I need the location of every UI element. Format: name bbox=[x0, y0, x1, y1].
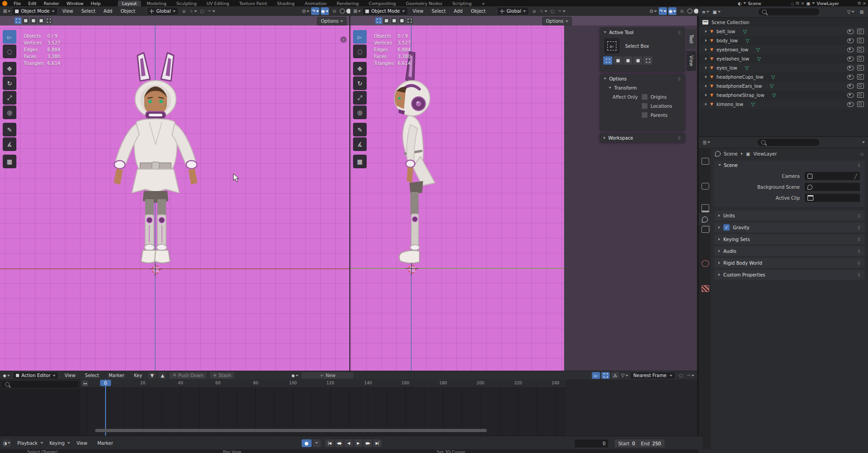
hide-viewport-icon[interactable] bbox=[847, 29, 854, 34]
proportional-editing-icon[interactable]: ○ bbox=[198, 7, 206, 15]
editor-mode-dropdown[interactable]: Action Editor bbox=[13, 372, 59, 379]
breadcrumb-layer[interactable]: ViewLayer bbox=[753, 151, 777, 156]
menu-render[interactable]: Render bbox=[40, 1, 63, 6]
expand-icon[interactable] bbox=[705, 103, 707, 106]
audio-panel[interactable]: Audio⣿ bbox=[714, 246, 865, 256]
panel-title[interactable]: Scene bbox=[724, 163, 738, 168]
outliner-row-headphoneears[interactable]: ▼ headphoneEars_low ▽ bbox=[699, 81, 868, 91]
delete-scene-icon[interactable]: ✕ bbox=[801, 1, 804, 6]
pin-icon[interactable]: ◇ bbox=[860, 151, 864, 156]
blender-logo-icon[interactable] bbox=[2, 1, 7, 6]
hide-render-icon[interactable] bbox=[857, 101, 864, 107]
drag-dots-icon[interactable]: ⣿ bbox=[678, 77, 681, 81]
hide-render-icon[interactable] bbox=[857, 92, 864, 98]
mode-dropdown[interactable]: Object Mode bbox=[12, 7, 58, 15]
viewport1-canvas[interactable]: ▻ ◌ ✥ ↻ ⤢ ◎ ✎ ∡ ▦ Objects0 / 9 Vertices3… bbox=[0, 25, 349, 371]
expand-icon[interactable] bbox=[604, 136, 606, 139]
hide-viewport-icon[interactable] bbox=[847, 65, 854, 70]
keying-sets-panel[interactable]: Keying Sets⣿ bbox=[714, 234, 865, 244]
jump-to-end-button[interactable]: ▶| bbox=[373, 439, 382, 447]
select-mode-new-icon[interactable] bbox=[603, 56, 612, 65]
shading-wireframe-icon[interactable] bbox=[687, 9, 692, 14]
tool-measure[interactable]: ∡ bbox=[3, 137, 16, 151]
orientation-dropdown[interactable]: Global bbox=[146, 7, 179, 15]
show-overlays-icon[interactable]: ◉ bbox=[668, 7, 676, 15]
workspace-tab-animation[interactable]: Animation bbox=[301, 0, 331, 6]
outliner-row-headphonestrap[interactable]: ▼ headphoneStrap_low ▽ bbox=[699, 91, 868, 100]
move-up-icon[interactable]: ▲ bbox=[158, 372, 167, 379]
select-mode-invert-icon[interactable] bbox=[38, 17, 45, 24]
outliner-row-headphonecups[interactable]: ▼ headphoneCups_low ▽ bbox=[699, 72, 868, 81]
outliner-row-eyelashes[interactable]: ▼ eyelashes_low ▽ bbox=[699, 54, 868, 63]
proportional-editing-icon[interactable]: ○ bbox=[677, 372, 685, 379]
rigid-body-world-panel[interactable]: Rigid Body World⣿ bbox=[714, 258, 865, 268]
filter-icon[interactable]: ▽ bbox=[621, 372, 629, 379]
hide-render-icon[interactable] bbox=[857, 74, 864, 80]
gravity-checkbox[interactable]: ✓ bbox=[723, 224, 730, 231]
dopesheet-menu-view[interactable]: View bbox=[61, 373, 79, 378]
proportional-falloff-icon[interactable]: ~ bbox=[557, 7, 565, 15]
tab-render-icon[interactable] bbox=[701, 183, 709, 190]
tool-add-cube[interactable]: ▦ bbox=[3, 155, 16, 168]
tool-measure[interactable]: ∡ bbox=[353, 137, 367, 151]
select-mode-new-icon[interactable] bbox=[375, 17, 382, 24]
sidebar-tab-view[interactable]: View bbox=[686, 51, 696, 71]
prev-keyframe-button[interactable]: ◀◆ bbox=[335, 439, 343, 447]
tool-cursor[interactable]: ◌ bbox=[3, 45, 16, 58]
menu-file[interactable]: File bbox=[10, 1, 25, 6]
chevron-down-icon[interactable] bbox=[812, 2, 815, 4]
outliner-row-belt[interactable]: ▼ belt_low ▽ bbox=[699, 27, 868, 36]
select-mode-extend-icon[interactable] bbox=[383, 17, 390, 24]
select-mode-intersect-icon[interactable] bbox=[406, 17, 413, 24]
select-mode-subtract-icon[interactable] bbox=[391, 17, 398, 24]
tab-tool-icon[interactable] bbox=[701, 158, 709, 165]
warning-icon[interactable]: ⚠ bbox=[611, 372, 619, 379]
drag-dots-icon[interactable]: ⣿ bbox=[858, 163, 861, 167]
tab-output-icon[interactable] bbox=[701, 204, 709, 212]
keying-menu[interactable]: Keying bbox=[46, 441, 69, 446]
viewport2-canvas[interactable]: ▻ ◌ ✥ ↻ ⤢ ◎ ✎ ∡ ▦ Objects0 / 9 Vertices3… bbox=[350, 25, 564, 371]
viewlayer-selector-icon[interactable]: ▣ bbox=[806, 1, 810, 6]
orientation-dropdown[interactable]: Global bbox=[497, 7, 530, 15]
new-action-button[interactable]: +New bbox=[301, 372, 354, 379]
hide-viewport-icon[interactable] bbox=[847, 84, 854, 89]
options-button[interactable]: Options bbox=[542, 17, 572, 25]
active-tool-button[interactable]: ▻ bbox=[604, 38, 620, 54]
workspace-tab-compositing[interactable]: Compositing bbox=[365, 0, 400, 6]
parents-checkbox[interactable] bbox=[641, 112, 648, 118]
select-visibility-icon[interactable]: ⊙ bbox=[302, 7, 310, 15]
view-menu[interactable]: View bbox=[73, 441, 91, 446]
outliner-row-kimono[interactable]: ▼ kimono_low ▽ bbox=[699, 100, 868, 109]
editor-type-icon[interactable]: ⊞ bbox=[353, 7, 361, 15]
expand-icon[interactable] bbox=[705, 30, 707, 33]
new-scene-icon[interactable]: ⧉ bbox=[796, 0, 799, 6]
dopesheet-menu-marker[interactable]: Marker bbox=[105, 373, 128, 378]
units-panel[interactable]: Units⣿ bbox=[714, 211, 865, 221]
show-overlays-icon[interactable]: ◉ bbox=[321, 7, 329, 15]
tab-world-icon[interactable] bbox=[701, 260, 709, 267]
tool-scale[interactable]: ⤢ bbox=[3, 91, 16, 105]
pin-icon[interactable]: ◇ bbox=[791, 1, 794, 6]
tool-rotate[interactable]: ↻ bbox=[3, 76, 16, 90]
tool-annotate[interactable]: ✎ bbox=[353, 123, 367, 136]
workspace-tab-geometry-nodes[interactable]: Geometry Nodes bbox=[402, 0, 446, 6]
hide-viewport-icon[interactable] bbox=[847, 93, 854, 98]
hide-render-icon[interactable] bbox=[857, 83, 864, 89]
tool-move[interactable]: ✥ bbox=[3, 62, 16, 76]
collapse-icon[interactable] bbox=[718, 164, 721, 166]
hide-render-icon[interactable] bbox=[857, 47, 864, 52]
collapse-icon[interactable] bbox=[604, 31, 606, 33]
workspace-tab-sculpting[interactable]: Sculpting bbox=[172, 0, 201, 6]
select-mode-extend-icon[interactable] bbox=[613, 56, 622, 65]
selection-box-icon[interactable] bbox=[601, 372, 610, 379]
menu-help[interactable]: Help bbox=[87, 1, 105, 6]
editor-type-icon[interactable]: ◆ bbox=[2, 372, 10, 379]
viewport-menu-view[interactable]: View bbox=[59, 9, 77, 14]
delete-viewlayer-icon[interactable]: ✕ bbox=[863, 1, 866, 6]
tool-rotate[interactable]: ↻ bbox=[353, 76, 367, 90]
sidebar-collapse-arrow[interactable]: ‹ bbox=[340, 36, 347, 43]
hide-viewport-icon[interactable] bbox=[847, 75, 854, 80]
push-down-button[interactable]: ≚Push Down bbox=[169, 372, 207, 379]
tool-scale[interactable]: ⤢ bbox=[353, 91, 367, 105]
tab-view-layer-icon[interactable] bbox=[701, 226, 709, 233]
